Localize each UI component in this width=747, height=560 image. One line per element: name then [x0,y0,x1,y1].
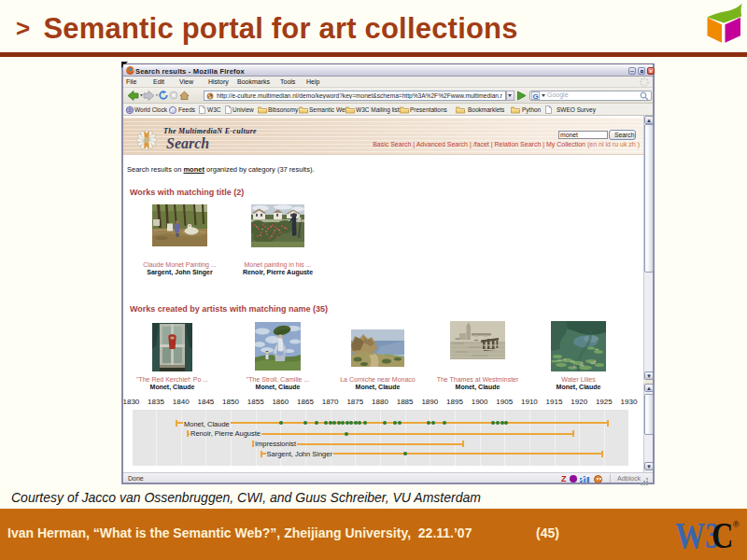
svg-text:C: C [712,517,733,556]
svg-text:®: ® [733,520,740,529]
